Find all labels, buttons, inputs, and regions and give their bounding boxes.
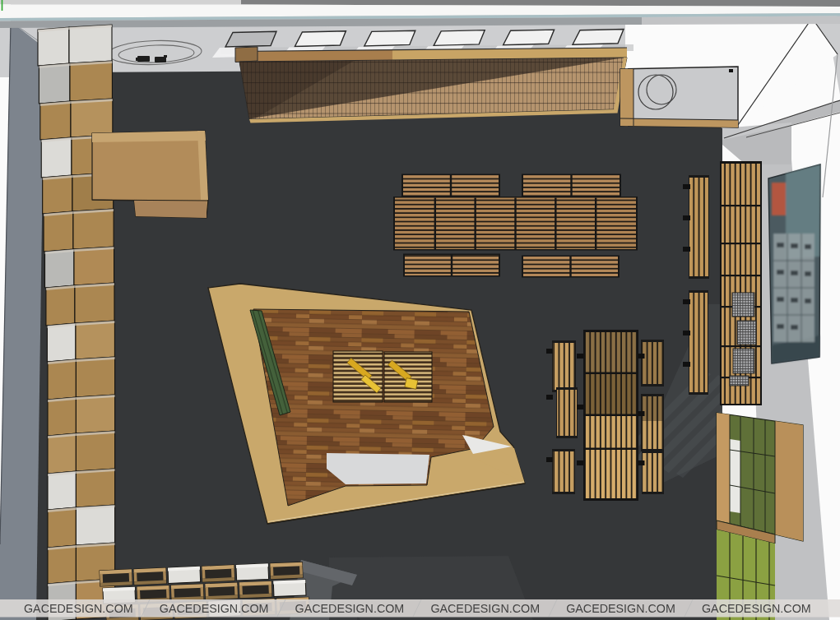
svg-text:GACEDESIGN.COM: GACEDESIGN.COM	[160, 602, 269, 615]
svg-text:GACEDESIGN.COM: GACEDESIGN.COM	[566, 602, 675, 615]
svg-text:GACEDESIGN.COM: GACEDESIGN.COM	[295, 602, 405, 615]
svg-text:GACEDESIGN.COM: GACEDESIGN.COM	[702, 602, 811, 615]
svg-text:GACEDESIGN.COM: GACEDESIGN.COM	[430, 602, 540, 615]
svg-text:GACEDESIGN.COM: GACEDESIGN.COM	[24, 602, 133, 615]
